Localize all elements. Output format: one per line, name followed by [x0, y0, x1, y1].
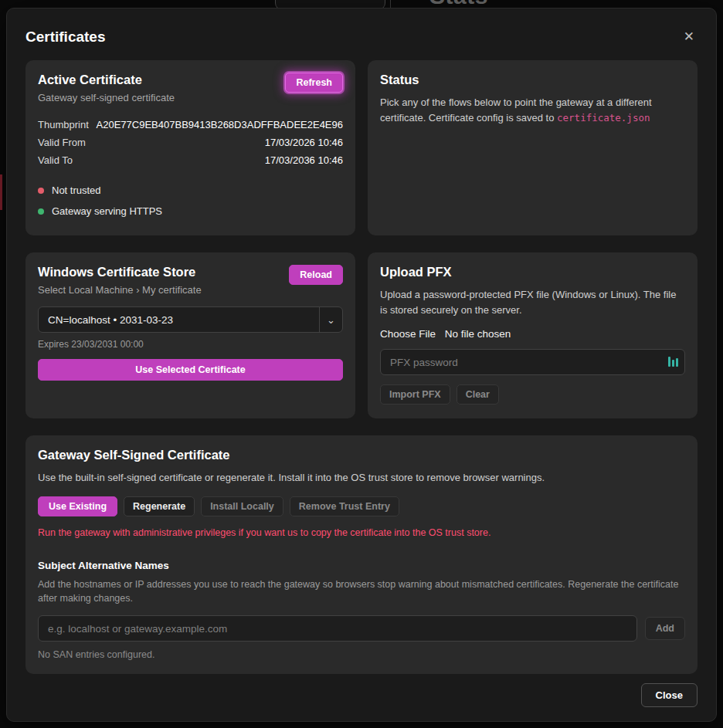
plus-icon: + — [365, 0, 373, 3]
san-input[interactable] — [38, 615, 637, 642]
modal-title: Certificates — [25, 29, 106, 46]
upload-pfx-description: Upload a password-protected PFX file (Wi… — [380, 287, 685, 317]
self-signed-actions: Use Existing Regenerate Install Locally … — [38, 496, 685, 516]
valid-to-row: Valid To 17/03/2036 10:46 — [38, 151, 343, 169]
valid-from-label: Valid From — [38, 137, 86, 148]
not-trusted-status: Not trusted — [38, 180, 343, 201]
valid-to-label: Valid To — [38, 154, 73, 166]
certificate-select[interactable]: CN=localhost • 2031-03-23 ⌄ — [38, 306, 343, 333]
pfx-password-input[interactable] — [380, 349, 685, 375]
pfx-password-wrap — [380, 349, 685, 375]
san-input-row: Add — [38, 615, 685, 642]
valid-to-value: 17/03/2036 10:46 — [265, 154, 343, 166]
remove-trust-entry-button[interactable]: Remove Trust Entry — [290, 496, 399, 516]
password-manager-icon[interactable] — [668, 357, 678, 367]
valid-from-value: 17/03/2026 10:46 — [265, 137, 343, 148]
thumbprint-row: Thumbprint A20E77C9EB407BB9413B268D3ADFF… — [38, 116, 343, 134]
close-button[interactable]: Close — [641, 683, 698, 707]
thumbprint-value: A20E77C9EB407BB9413B268D3ADFFBADEE2E4E96 — [97, 119, 343, 130]
reload-button[interactable]: Reload — [289, 265, 343, 285]
upload-pfx-card: Upload PFX Upload a password-protected P… — [368, 252, 698, 418]
san-add-button[interactable]: Add — [645, 617, 685, 640]
cards-grid: Active Certificate Gateway self-signed c… — [7, 60, 716, 674]
certificate-select-value: CN=localhost • 2031-03-23 — [39, 314, 319, 326]
expires-text: Expires 23/03/2031 00:00 — [38, 339, 343, 350]
https-label: Gateway serving HTTPS — [52, 205, 162, 217]
certificate-json-code: certificate.json — [557, 112, 650, 124]
certificate-details: Thumbprint A20E77C9EB407BB9413B268D3ADFF… — [38, 116, 343, 169]
status-title: Status — [380, 73, 685, 87]
self-signed-description: Use the built-in self-signed certificate… — [38, 470, 685, 486]
choose-file-button[interactable]: Choose File — [380, 328, 436, 340]
pfx-file-input[interactable]: Choose File No file chosen — [380, 328, 685, 340]
san-description: Add the hostnames or IP addresses you us… — [38, 577, 679, 607]
self-signed-title: Gateway Self-Signed Certificate — [38, 448, 685, 462]
windows-store-card: Windows Certificate Store Select Local M… — [25, 252, 355, 418]
file-chosen-status: No file chosen — [445, 328, 511, 340]
status-card: Status Pick any of the flows below to po… — [368, 60, 698, 235]
use-selected-certificate-button[interactable]: Use Selected Certificate — [38, 359, 343, 381]
refresh-button[interactable]: Refresh — [285, 73, 343, 93]
clear-button[interactable]: Clear — [457, 384, 499, 405]
modal-header: Certificates ✕ — [7, 8, 716, 60]
use-existing-button[interactable]: Use Existing — [38, 496, 117, 516]
modal-footer: Close — [7, 674, 716, 724]
windows-store-title: Windows Certificate Store — [38, 265, 202, 279]
certificates-modal: Certificates ✕ Active Certificate Gatewa… — [6, 8, 717, 722]
san-empty-text: No SAN entries configured. — [38, 649, 685, 660]
active-certificate-card: Active Certificate Gateway self-signed c… — [25, 60, 355, 235]
valid-from-row: Valid From 17/03/2026 10:46 — [38, 134, 343, 151]
san-title: Subject Alternative Names — [38, 560, 685, 571]
green-status-dot — [38, 208, 44, 215]
thumbprint-label: Thumbprint — [38, 119, 89, 130]
upload-pfx-title: Upload PFX — [380, 265, 685, 279]
not-trusted-label: Not trusted — [52, 185, 101, 196]
new-node-label: New Node — [288, 0, 345, 2]
https-status: Gateway serving HTTPS — [38, 201, 343, 222]
active-certificate-subtitle: Gateway self-signed certificate — [38, 92, 175, 103]
certificate-status-list: Not trusted Gateway serving HTTPS — [38, 180, 343, 222]
chevron-down-icon: ⌄ — [319, 307, 342, 332]
background-red-accent — [0, 174, 2, 210]
admin-privileges-warning: Run the gateway with administrative priv… — [38, 527, 685, 538]
status-description: Pick any of the flows below to point the… — [380, 95, 685, 125]
import-pfx-button[interactable]: Import PFX — [380, 384, 450, 405]
self-signed-card: Gateway Self-Signed Certificate Use the … — [25, 435, 698, 674]
red-status-dot — [38, 188, 44, 194]
regenerate-button[interactable]: Regenerate — [124, 496, 195, 516]
install-locally-button[interactable]: Install Locally — [201, 496, 283, 516]
windows-store-subtitle: Select Local Machine › My certificate — [38, 284, 202, 296]
active-certificate-title: Active Certificate — [38, 73, 175, 87]
close-icon[interactable]: ✕ — [681, 27, 698, 46]
